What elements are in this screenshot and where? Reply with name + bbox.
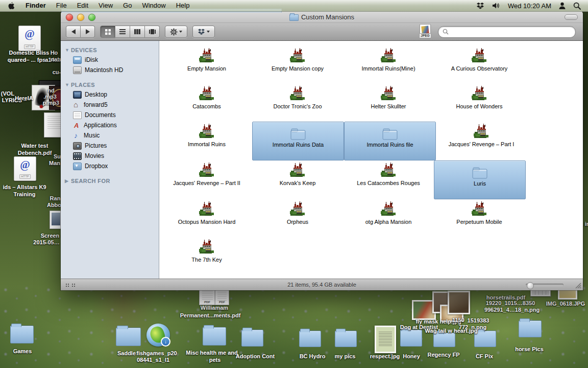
- sidebar-section-search-for[interactable]: ▶ SEARCH FOR: [61, 176, 159, 186]
- desktop-icon-label[interactable]: Screen: [41, 233, 60, 239]
- desktop-icon-label[interactable]: HereIA: [15, 95, 33, 102]
- resize-grip[interactable]: [574, 282, 581, 289]
- desktop-icon-label[interactable]: Permanent...ments.pdf: [180, 312, 241, 319]
- dropbox-menu-icon[interactable]: [476, 2, 484, 10]
- desktop-icon-label[interactable]: my pics: [335, 353, 356, 360]
- icon-size-slider[interactable]: [526, 284, 564, 286]
- file-item[interactable]: Jacques' Revenge – Part I: [436, 122, 527, 159]
- desktop-icon-label[interactable]: Williamam: [201, 305, 228, 311]
- desktop-icon-label[interactable]: fishgames_p20: [136, 350, 177, 357]
- sidebar-item[interactable]: Desktop: [61, 89, 159, 100]
- apple-menu[interactable]: [7, 2, 14, 10]
- desktop-icon-label[interactable]: 1519383: [468, 317, 489, 324]
- file-item[interactable]: Catacombs: [161, 84, 252, 122]
- zoom-button[interactable]: [88, 14, 95, 21]
- disclosure-triangle-icon[interactable]: ▼: [65, 48, 69, 53]
- file-item[interactable]: Helter Skullter: [343, 84, 434, 122]
- jpeg-proxy-icon[interactable]: JPEG: [419, 24, 432, 39]
- desktop-icon-label[interactable]: Saddle: [117, 350, 136, 357]
- desktop-icon[interactable]: [14, 156, 36, 181]
- menu-item[interactable]: Window: [137, 0, 170, 11]
- file-item[interactable]: Luris: [434, 160, 526, 199]
- file-item[interactable]: Empty Mansion: [161, 46, 252, 84]
- desktop-icon-label[interactable]: Abbo: [47, 202, 61, 209]
- sidebar-item[interactable]: iDisk: [61, 55, 159, 65]
- desktop-icon-label[interactable]: Man: [49, 160, 60, 167]
- desktop-icon-label[interactable]: cu-: [53, 69, 61, 76]
- desktop-icon[interactable]: [400, 330, 422, 347]
- slider-knob[interactable]: [527, 282, 534, 289]
- sidebar-section-devices[interactable]: ▼ DEVICES: [61, 45, 159, 55]
- desktop-icon-label[interactable]: IMG_0618.JPG: [546, 301, 585, 307]
- desktop-icon-label[interactable]: horse Pics: [515, 346, 544, 353]
- menu-item[interactable]: Finder: [20, 0, 51, 11]
- menu-item[interactable]: File: [51, 0, 72, 11]
- sidebar-item[interactable]: Dropbox: [61, 161, 159, 171]
- desktop-icon-label[interactable]: CF Pix: [476, 353, 493, 360]
- desktop-icon-label[interactable]: 2015-05…: [33, 239, 59, 246]
- desktop-icon-label[interactable]: Debench.pdf: [18, 150, 52, 156]
- file-item[interactable]: Immortal Ruins file: [344, 122, 436, 160]
- desktop-icon[interactable]: [146, 324, 170, 347]
- desktop-icon-label[interactable]: (VOL: [1, 90, 14, 97]
- desktop-icon-label[interactable]: BC Hydro: [300, 353, 326, 360]
- desktop-icon-label[interactable]: Regency FP: [428, 352, 460, 358]
- desktop-icon-label[interactable]: Su: [54, 153, 61, 160]
- desktop-icon-label[interactable]: Training: [14, 191, 36, 198]
- menu-item[interactable]: View: [93, 0, 118, 11]
- desktop-icon-label[interactable]: pets: [209, 357, 221, 363]
- file-item[interactable]: Perpetuum Mobile: [434, 199, 525, 237]
- desktop-icon-label[interactable]: Games: [13, 348, 32, 355]
- disclosure-triangle-icon[interactable]: ▼: [65, 82, 69, 87]
- proxy-folder-icon[interactable]: [289, 14, 299, 21]
- file-item[interactable]: Doctor Tronic's Zoo: [252, 84, 343, 122]
- volume-icon[interactable]: [492, 2, 500, 9]
- desktop-icon-label[interactable]: quared– ... fps: [8, 57, 46, 63]
- desktop-icon[interactable]: [10, 326, 34, 343]
- desktop-icon-label[interactable]: Ho: [51, 50, 58, 56]
- list-view-button[interactable]: [115, 26, 130, 38]
- file-item[interactable]: Immortal Ruins(Mine): [343, 46, 434, 84]
- coverflow-view-button[interactable]: [145, 26, 160, 38]
- file-item[interactable]: A Curious Observatory: [434, 46, 525, 84]
- column-view-button[interactable]: [130, 26, 145, 38]
- sidebar-section-places[interactable]: ▼ PLACES: [61, 80, 159, 89]
- file-item[interactable]: Korvak's Keep: [252, 160, 343, 198]
- sidebar-item[interactable]: Documents: [61, 110, 159, 120]
- spotlight-icon[interactable]: [573, 2, 581, 10]
- menu-item[interactable]: Go: [118, 0, 137, 11]
- desktop-icon[interactable]: [375, 326, 396, 353]
- menu-item[interactable]: Help: [171, 0, 195, 11]
- sidebar-item[interactable]: Music: [61, 130, 159, 141]
- desktop-icon-label[interactable]: Water test: [21, 143, 48, 149]
- desktop-icon[interactable]: [299, 331, 321, 347]
- desktop-icon[interactable]: [433, 333, 455, 347]
- desktop-icon-label[interactable]: Domestic Bliss: [9, 50, 50, 56]
- desktop-icon-label[interactable]: Honey: [403, 353, 420, 360]
- desktop-icon-label[interactable]: ids – Allstars K9: [3, 184, 46, 191]
- file-item[interactable]: Octopus Mansion Hard: [161, 199, 252, 237]
- file-item[interactable]: otg Alpha Mansion: [343, 199, 434, 237]
- desktop-icon[interactable]: [203, 327, 226, 346]
- file-item[interactable]: Jacques' Revenge – Part II: [161, 160, 252, 198]
- forward-button[interactable]: [81, 26, 95, 38]
- back-button[interactable]: [66, 26, 81, 38]
- sidebar-item[interactable]: Applications: [61, 120, 159, 130]
- desktop-icon-label[interactable]: respect.jpg: [370, 353, 400, 360]
- desktop-icon[interactable]: [215, 290, 229, 305]
- desktop-icon-label[interactable]: Adoption Cont: [236, 353, 275, 360]
- file-grid[interactable]: Empty Mansion: [159, 41, 583, 279]
- user-menu-icon[interactable]: [559, 2, 566, 10]
- sidebar-item[interactable]: Movies: [61, 151, 159, 161]
- icon-view-button[interactable]: [100, 26, 115, 38]
- action-menu-button[interactable]: [165, 26, 187, 38]
- file-item[interactable]: Empty Mansion copy: [252, 46, 343, 84]
- file-item[interactable]: Immortal Ruins: [161, 122, 252, 159]
- desktop-icon-label[interactable]: 08441_s1_l1: [137, 357, 169, 363]
- menu-item[interactable]: Edit: [72, 0, 93, 11]
- file-item[interactable]: House of Wonders: [434, 84, 525, 122]
- desktop-icon-label[interactable]: Ran: [50, 195, 61, 202]
- file-item[interactable]: Immortal Ruins Data: [252, 122, 344, 160]
- desktop-icon[interactable]: [116, 328, 141, 346]
- desktop-icon[interactable]: [199, 288, 215, 305]
